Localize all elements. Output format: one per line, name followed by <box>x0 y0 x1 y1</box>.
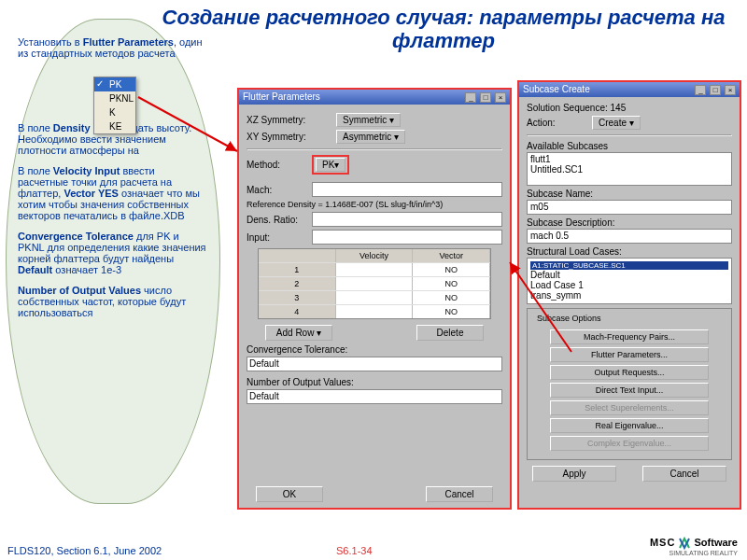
close-icon[interactable]: × <box>725 85 736 95</box>
apply-button[interactable]: Apply <box>532 466 616 482</box>
structural-load-cases-list[interactable]: A1:STATIC_SUBCASE.SC1 Default Load Case … <box>527 258 732 304</box>
maximize-icon[interactable]: □ <box>710 85 721 95</box>
reference-density-text: Reference Density = 1.1468E-007 (SL slug… <box>247 200 502 209</box>
subcase-name-label: Subcase Name: <box>527 189 732 199</box>
close-icon[interactable]: × <box>495 92 506 103</box>
list-item[interactable]: Untitled.SC1 <box>530 164 728 175</box>
list-item[interactable]: trans_symm <box>530 290 728 301</box>
add-row-button[interactable]: Add Row ▾ <box>265 325 332 341</box>
mach-frequency-pairs-button[interactable]: Mach-Frequency Pairs... <box>550 329 709 344</box>
subcase-description-field[interactable]: mach 0.5 <box>527 229 732 244</box>
available-subcases-label: Available Subcases <box>527 141 732 151</box>
method-select[interactable]: PK▾ <box>316 158 345 172</box>
action-label: Action: <box>527 118 592 128</box>
solution-sequence-text: Solution Sequence: 145 <box>527 103 732 113</box>
velocity-cell[interactable] <box>336 277 414 290</box>
list-item[interactable]: flutt1 <box>530 154 728 164</box>
convergence-tolerance-label: Convergence Tolerance: <box>247 344 502 355</box>
xz-symmetry-select[interactable]: Symmetric ▾ <box>336 113 401 127</box>
menu-item-ke[interactable]: KE <box>94 119 135 133</box>
left-p5: Number of Output Values число собственны… <box>18 285 208 318</box>
output-requests-button[interactable]: Output Requests... <box>550 365 709 380</box>
xz-symmetry-label: XZ Symmetry: <box>247 115 336 125</box>
subcase-options-legend: Subcase Options <box>535 314 603 323</box>
list-item[interactable]: Default <box>530 270 728 280</box>
velocity-vector-table: Velocity Vector 1NO 2NO 3NO 4NO <box>258 248 491 319</box>
vector-cell[interactable]: NO <box>413 263 490 276</box>
logo-mark-icon <box>678 537 691 550</box>
flutter-parameters-button[interactable]: Flutter Parameters... <box>550 347 709 362</box>
subcase-create-dialog: Subcase Create _ □ × Solution Sequence: … <box>517 80 741 510</box>
list-item[interactable]: Load Case 1 <box>530 280 728 290</box>
velocity-cell[interactable] <box>336 263 414 276</box>
vector-cell[interactable]: NO <box>413 305 490 318</box>
section-mark: S6.1-34 <box>336 545 373 556</box>
direct-text-input-button[interactable]: Direct Text Input... <box>550 383 709 398</box>
vector-cell[interactable]: NO <box>413 277 490 290</box>
minimize-icon[interactable]: _ <box>695 85 706 95</box>
ok-button[interactable]: OK <box>256 486 323 502</box>
convergence-tolerance-field[interactable]: Default <box>247 357 502 371</box>
dens-ratio-field[interactable] <box>312 212 502 227</box>
xy-symmetry-label: XY Symmetry: <box>247 132 336 142</box>
dens-ratio-label: Dens. Ratio: <box>247 215 312 225</box>
input-field[interactable] <box>312 230 502 245</box>
delete-button[interactable]: Delete <box>416 325 484 341</box>
subcase-titlebar: Subcase Create _ □ × <box>519 82 740 97</box>
real-eigenvalue-button[interactable]: Real Eigenvalue... <box>550 418 709 433</box>
flutter-title: Flutter Parameters <box>243 91 320 103</box>
method-menu[interactable]: ✓PK PKNL K KE <box>93 77 136 134</box>
menu-item-k[interactable]: K <box>94 105 135 119</box>
subcase-description-label: Subcase Description: <box>527 217 732 228</box>
num-output-values-field[interactable]: Default <box>247 389 502 404</box>
footer-text: FLDS120, Section 6.1, June 2002 <box>7 545 162 556</box>
flutter-titlebar: Flutter Parameters _ □ × <box>239 90 510 105</box>
available-subcases-list[interactable]: flutt1 Untitled.SC1 <box>527 152 732 186</box>
slide-title: Создание расчетного случая: параметры ра… <box>159 6 728 53</box>
velocity-cell[interactable] <box>336 291 414 304</box>
num-output-values-label: Number of Output Values: <box>247 377 502 387</box>
input-label: Input: <box>247 232 312 243</box>
subcase-options-group: Subcase Options Mach-Frequency Pairs... … <box>527 308 732 460</box>
subcase-name-field[interactable]: m05 <box>527 200 732 215</box>
menu-item-pk[interactable]: ✓PK <box>94 77 135 91</box>
cancel-button[interactable]: Cancel <box>642 466 726 482</box>
xy-symmetry-select[interactable]: Asymmetric ▾ <box>336 130 405 144</box>
window-controls: _ □ × <box>464 91 506 103</box>
check-icon: ✓ <box>96 78 104 89</box>
method-label: Method: <box>247 160 312 170</box>
subcase-title: Subcase Create <box>523 84 590 95</box>
method-highlight: PK▾ <box>312 155 349 175</box>
menu-item-pknl[interactable]: PKNL <box>94 91 135 105</box>
maximize-icon[interactable]: □ <box>480 92 491 103</box>
flutter-parameters-dialog: Flutter Parameters _ □ × XZ Symmetry: Sy… <box>237 88 512 510</box>
list-item-selected[interactable]: A1:STATIC_SUBCASE.SC1 <box>530 261 728 270</box>
complex-eigenvalue-button[interactable]: Complex Eigenvalue... <box>550 436 709 451</box>
msc-logo: MSC Software SIMULATING REALITY <box>650 537 738 556</box>
left-p1: Установить в Flutter Parameters, один из… <box>18 36 208 59</box>
velocity-cell[interactable] <box>336 305 414 318</box>
window-controls: _ □ × <box>694 84 736 95</box>
mach-label: Mach: <box>247 185 312 195</box>
left-p4: Convergence Tolerance для PK и PKNL для … <box>18 231 208 275</box>
vector-cell[interactable]: NO <box>413 291 490 304</box>
structural-load-cases-label: Structural Load Cases: <box>527 246 732 257</box>
left-p3: В поле Velocity Input ввести расчетные т… <box>18 165 208 221</box>
col-vector: Vector <box>413 249 490 262</box>
select-superelements-button[interactable]: Select Superelements... <box>550 400 709 415</box>
mach-field[interactable] <box>312 182 502 197</box>
cancel-button[interactable]: Cancel <box>426 486 493 502</box>
minimize-icon[interactable]: _ <box>465 92 476 103</box>
col-velocity: Velocity <box>336 249 414 262</box>
action-select[interactable]: Create ▾ <box>592 116 641 130</box>
